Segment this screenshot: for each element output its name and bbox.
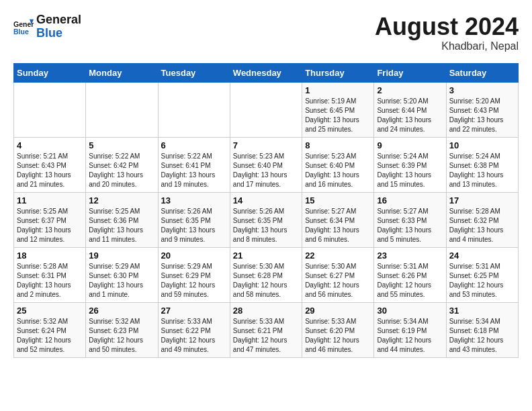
day-info: Sunrise: 5:26 AM Sunset: 6:35 PM Dayligh… <box>233 207 299 244</box>
week-row-5: 25Sunrise: 5:32 AM Sunset: 6:24 PM Dayli… <box>14 302 519 357</box>
day-info: Sunrise: 5:24 AM Sunset: 6:38 PM Dayligh… <box>449 152 515 189</box>
day-info: Sunrise: 5:21 AM Sunset: 6:43 PM Dayligh… <box>17 152 83 189</box>
calendar-cell: 31Sunrise: 5:34 AM Sunset: 6:18 PM Dayli… <box>446 302 518 357</box>
day-number: 13 <box>161 195 227 205</box>
calendar-cell <box>14 82 86 137</box>
day-number: 27 <box>161 306 227 316</box>
day-number: 11 <box>17 195 83 205</box>
day-info: Sunrise: 5:28 AM Sunset: 6:31 PM Dayligh… <box>17 262 83 300</box>
logo-icon: General Blue <box>13 17 34 37</box>
day-info: Sunrise: 5:31 AM Sunset: 6:25 PM Dayligh… <box>449 262 515 300</box>
day-number: 14 <box>233 195 299 205</box>
calendar-cell: 24Sunrise: 5:31 AM Sunset: 6:25 PM Dayli… <box>446 247 518 302</box>
calendar-cell: 3Sunrise: 5:20 AM Sunset: 6:43 PM Daylig… <box>446 82 518 137</box>
calendar-cell: 12Sunrise: 5:25 AM Sunset: 6:36 PM Dayli… <box>86 192 158 247</box>
day-number: 26 <box>89 306 154 316</box>
day-info: Sunrise: 5:32 AM Sunset: 6:24 PM Dayligh… <box>17 317 83 355</box>
week-row-3: 11Sunrise: 5:25 AM Sunset: 6:37 PM Dayli… <box>14 192 519 247</box>
calendar-cell: 19Sunrise: 5:29 AM Sunset: 6:30 PM Dayli… <box>86 247 158 302</box>
calendar-cell: 30Sunrise: 5:34 AM Sunset: 6:19 PM Dayli… <box>374 302 446 357</box>
header-day-monday: Monday <box>86 63 158 82</box>
day-number: 30 <box>377 306 443 316</box>
logo: General Blue General Blue <box>13 13 81 40</box>
day-number: 31 <box>449 306 515 316</box>
day-info: Sunrise: 5:32 AM Sunset: 6:23 PM Dayligh… <box>89 317 154 355</box>
day-info: Sunrise: 5:30 AM Sunset: 6:28 PM Dayligh… <box>233 262 299 300</box>
day-info: Sunrise: 5:23 AM Sunset: 6:40 PM Dayligh… <box>305 152 371 189</box>
day-number: 9 <box>377 140 443 150</box>
calendar-cell: 29Sunrise: 5:33 AM Sunset: 6:20 PM Dayli… <box>302 302 374 357</box>
day-info: Sunrise: 5:20 AM Sunset: 6:44 PM Dayligh… <box>377 97 443 134</box>
day-info: Sunrise: 5:26 AM Sunset: 6:35 PM Dayligh… <box>161 207 227 244</box>
day-info: Sunrise: 5:33 AM Sunset: 6:22 PM Dayligh… <box>161 317 227 355</box>
day-info: Sunrise: 5:22 AM Sunset: 6:41 PM Dayligh… <box>161 152 227 189</box>
day-number: 21 <box>233 250 299 261</box>
calendar-cell: 1Sunrise: 5:19 AM Sunset: 6:45 PM Daylig… <box>302 82 374 137</box>
day-info: Sunrise: 5:30 AM Sunset: 6:27 PM Dayligh… <box>305 262 371 300</box>
week-row-4: 18Sunrise: 5:28 AM Sunset: 6:31 PM Dayli… <box>14 247 519 302</box>
header-day-sunday: Sunday <box>14 63 86 82</box>
day-number: 5 <box>89 140 154 150</box>
day-number: 25 <box>17 306 83 316</box>
calendar-cell: 15Sunrise: 5:27 AM Sunset: 6:34 PM Dayli… <box>302 192 374 247</box>
day-info: Sunrise: 5:22 AM Sunset: 6:42 PM Dayligh… <box>89 152 154 189</box>
day-info: Sunrise: 5:33 AM Sunset: 6:20 PM Dayligh… <box>305 317 371 355</box>
month-title: August 2024 <box>375 13 519 40</box>
day-number: 22 <box>305 250 371 261</box>
header-day-tuesday: Tuesday <box>158 63 230 82</box>
calendar-cell: 23Sunrise: 5:31 AM Sunset: 6:26 PM Dayli… <box>374 247 446 302</box>
calendar-cell <box>230 82 302 137</box>
calendar-cell: 17Sunrise: 5:28 AM Sunset: 6:32 PM Dayli… <box>446 192 518 247</box>
svg-text:Blue: Blue <box>13 27 29 35</box>
day-number: 8 <box>305 140 371 150</box>
day-number: 23 <box>377 250 443 261</box>
calendar-cell: 9Sunrise: 5:24 AM Sunset: 6:39 PM Daylig… <box>374 137 446 192</box>
page-header: General Blue General Blue August 2024 Kh… <box>13 13 519 52</box>
header-day-friday: Friday <box>374 63 446 82</box>
header-day-wednesday: Wednesday <box>230 63 302 82</box>
calendar-cell: 25Sunrise: 5:32 AM Sunset: 6:24 PM Dayli… <box>14 302 86 357</box>
day-number: 12 <box>89 195 154 205</box>
calendar-cell: 6Sunrise: 5:22 AM Sunset: 6:41 PM Daylig… <box>158 137 230 192</box>
calendar-cell: 26Sunrise: 5:32 AM Sunset: 6:23 PM Dayli… <box>86 302 158 357</box>
calendar-cell: 16Sunrise: 5:27 AM Sunset: 6:33 PM Dayli… <box>374 192 446 247</box>
day-info: Sunrise: 5:24 AM Sunset: 6:39 PM Dayligh… <box>377 152 443 189</box>
calendar-cell <box>158 82 230 137</box>
calendar-cell: 28Sunrise: 5:33 AM Sunset: 6:21 PM Dayli… <box>230 302 302 357</box>
day-number: 24 <box>449 250 515 261</box>
calendar-cell: 10Sunrise: 5:24 AM Sunset: 6:38 PM Dayli… <box>446 137 518 192</box>
day-number: 15 <box>305 195 371 205</box>
calendar-cell: 7Sunrise: 5:23 AM Sunset: 6:40 PM Daylig… <box>230 137 302 192</box>
calendar-cell: 18Sunrise: 5:28 AM Sunset: 6:31 PM Dayli… <box>14 247 86 302</box>
day-info: Sunrise: 5:34 AM Sunset: 6:18 PM Dayligh… <box>449 317 515 355</box>
day-info: Sunrise: 5:29 AM Sunset: 6:29 PM Dayligh… <box>161 262 227 300</box>
day-number: 20 <box>161 250 227 261</box>
day-number: 16 <box>377 195 443 205</box>
calendar-cell: 27Sunrise: 5:33 AM Sunset: 6:22 PM Dayli… <box>158 302 230 357</box>
day-info: Sunrise: 5:25 AM Sunset: 6:37 PM Dayligh… <box>17 207 83 244</box>
logo-text-blue: Blue <box>36 27 81 40</box>
day-number: 29 <box>305 306 371 316</box>
calendar-cell: 14Sunrise: 5:26 AM Sunset: 6:35 PM Dayli… <box>230 192 302 247</box>
day-info: Sunrise: 5:27 AM Sunset: 6:34 PM Dayligh… <box>305 207 371 244</box>
location-title: Khadbari, Nepal <box>375 40 519 52</box>
day-number: 3 <box>449 85 515 95</box>
calendar-cell: 21Sunrise: 5:30 AM Sunset: 6:28 PM Dayli… <box>230 247 302 302</box>
day-number: 28 <box>233 306 299 316</box>
calendar-cell: 4Sunrise: 5:21 AM Sunset: 6:43 PM Daylig… <box>14 137 86 192</box>
day-number: 18 <box>17 250 83 261</box>
day-info: Sunrise: 5:34 AM Sunset: 6:19 PM Dayligh… <box>377 317 443 355</box>
calendar-cell: 13Sunrise: 5:26 AM Sunset: 6:35 PM Dayli… <box>158 192 230 247</box>
header-row: SundayMondayTuesdayWednesdayThursdayFrid… <box>14 63 519 82</box>
day-number: 7 <box>233 140 299 150</box>
calendar-cell: 5Sunrise: 5:22 AM Sunset: 6:42 PM Daylig… <box>86 137 158 192</box>
day-number: 1 <box>305 85 371 95</box>
day-info: Sunrise: 5:29 AM Sunset: 6:30 PM Dayligh… <box>89 262 154 300</box>
day-info: Sunrise: 5:28 AM Sunset: 6:32 PM Dayligh… <box>449 207 515 244</box>
day-info: Sunrise: 5:27 AM Sunset: 6:33 PM Dayligh… <box>377 207 443 244</box>
week-row-2: 4Sunrise: 5:21 AM Sunset: 6:43 PM Daylig… <box>14 137 519 192</box>
logo-text-general: General <box>36 13 81 27</box>
day-info: Sunrise: 5:23 AM Sunset: 6:40 PM Dayligh… <box>233 152 299 189</box>
header-day-saturday: Saturday <box>446 63 518 82</box>
calendar-cell: 8Sunrise: 5:23 AM Sunset: 6:40 PM Daylig… <box>302 137 374 192</box>
